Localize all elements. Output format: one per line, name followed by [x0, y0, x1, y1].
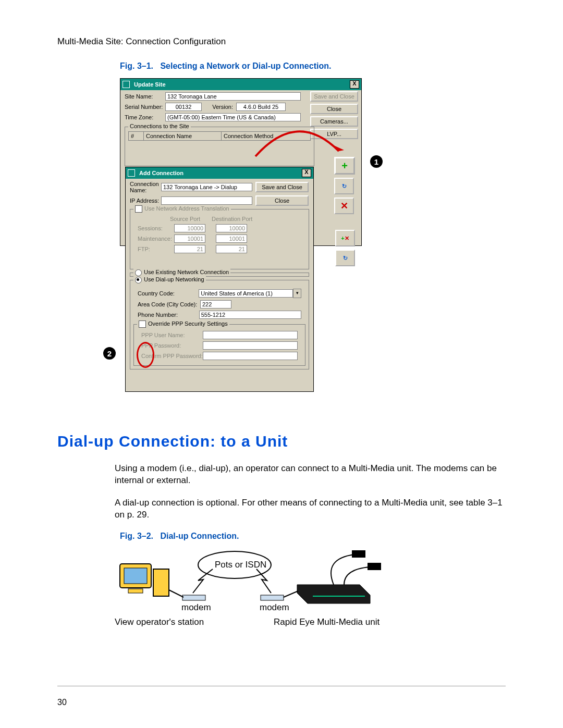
refresh-icon: ↻	[342, 183, 347, 190]
fig2-label: Fig. 3–2.	[120, 532, 153, 540]
close-button[interactable]: Close	[255, 195, 309, 206]
refresh-connection-button[interactable]: ↻	[334, 178, 354, 194]
sessions-dst-input: 10000	[216, 224, 247, 232]
ftp-dst-input: 21	[216, 245, 247, 253]
modem-right-label: modem	[260, 602, 289, 613]
callout-bullet-1: 1	[370, 155, 383, 168]
paragraph-1: Using a modem (i.e., dial-up), an operat…	[115, 463, 506, 487]
svg-marker-8	[297, 585, 370, 603]
fig1-caption: Fig. 3–1. Selecting a Network or Dial-up…	[120, 61, 506, 71]
ppp-group: Override PPP Security Settings PPP User …	[133, 324, 305, 366]
serial-input[interactable]: 00132	[165, 103, 202, 111]
svg-rect-2	[124, 568, 147, 584]
maint-label: Maintenance:	[138, 236, 174, 242]
connections-legend: Connections to the Site	[128, 123, 191, 129]
area-input[interactable]: 222	[200, 300, 231, 309]
delete-connection-button[interactable]: ✕	[334, 198, 354, 214]
nat-checkbox[interactable]	[135, 205, 142, 213]
dst-port-label: Destination Port	[212, 216, 253, 222]
refresh-icon: ↻	[343, 255, 348, 262]
use-dialup-label: Use Dial-up Networking	[144, 276, 204, 282]
callout-bullet-2: 2	[103, 347, 116, 360]
fig1-label: Fig. 3–1.	[120, 61, 153, 70]
ppp-user-input	[203, 331, 298, 339]
svg-line-12	[169, 590, 183, 597]
callout-circle-2	[137, 342, 154, 368]
dialup-group: Use Dial-up Networking Country Code:Unit…	[130, 280, 309, 369]
timezone-select[interactable]: (GMT-05:00) Eastern Time (US & Canada)	[165, 113, 301, 121]
figure-2-diagram: Pots or ISDN modem modem View operator's…	[115, 548, 396, 632]
ftp-src-input: 21	[174, 245, 205, 253]
country-select[interactable]: United States of America (1)	[199, 289, 293, 298]
close-icon[interactable]: X	[350, 80, 359, 89]
add-connection-titlebar: Add Connection X	[126, 167, 313, 179]
conn-name-input[interactable]: 132 Toronaga Lane -> Dialup	[161, 183, 252, 191]
site-name-label: Site Name:	[125, 93, 165, 100]
ppp-confirm-input	[203, 352, 298, 360]
nat-label: Use Network Address Translation	[144, 205, 229, 212]
site-name-input[interactable]: 132 Toronaga Lane	[165, 92, 301, 101]
phone-label: Phone Number:	[138, 312, 199, 318]
area-label: Area Code (City Code):	[138, 301, 200, 307]
ip-input[interactable]	[161, 196, 252, 205]
override-ppp-checkbox[interactable]	[139, 320, 146, 328]
breadcrumb: Multi-Media Site: Connection Configurati…	[57, 36, 506, 47]
svg-line-13	[284, 591, 298, 597]
src-port-label: Source Port	[170, 216, 212, 222]
svg-rect-7	[261, 595, 284, 600]
svg-rect-3	[128, 589, 143, 593]
country-label: Country Code:	[138, 290, 199, 297]
paragraph-2: A dial-up connection is optional. For ot…	[115, 497, 506, 521]
close-button[interactable]: Close	[310, 104, 358, 114]
serial-label: Serial Number:	[125, 104, 165, 110]
update-site-title: Update Site	[134, 81, 350, 88]
add-connection-title: Add Connection	[139, 170, 302, 176]
diagram-caption-right: Rapid Eye Multi-Media unit	[274, 617, 380, 627]
override-ppp-label: Override PPP Security Settings	[148, 320, 228, 327]
maint-dst-input: 10001	[216, 235, 247, 243]
sessions-src-input: 10000	[174, 224, 205, 232]
refresh-2-button[interactable]: ↻	[335, 250, 355, 266]
phone-input[interactable]: 555-1212	[199, 311, 301, 319]
svg-rect-5	[182, 595, 205, 600]
svg-rect-10	[352, 550, 365, 558]
svg-rect-4	[153, 569, 169, 596]
svg-rect-11	[368, 563, 381, 570]
sessions-label: Sessions:	[138, 225, 174, 231]
use-existing-label: Use Existing Network Connection	[144, 269, 229, 275]
save-and-close-button[interactable]: Save and Close	[310, 91, 358, 102]
ppp-pass-input	[203, 341, 298, 350]
x-icon: ✕	[340, 200, 348, 212]
dropdown-icon[interactable]: ▾	[293, 289, 301, 298]
modem-left-label: modem	[181, 602, 211, 613]
add-delete-button[interactable]: +✕	[335, 230, 355, 246]
ppp-user-label: PPP User Name:	[141, 332, 203, 338]
use-existing-radio[interactable]	[135, 269, 142, 276]
save-and-close-button[interactable]: Save and Close	[255, 182, 309, 192]
close-icon[interactable]: X	[302, 169, 311, 177]
timezone-label: Time Zone:	[125, 114, 165, 120]
app-icon	[123, 81, 130, 88]
fig1-text: Selecting a Network or Dial-up Connectio…	[160, 61, 331, 70]
col-name: Connection Name	[144, 132, 222, 140]
update-site-titlebar: Update Site X	[120, 79, 361, 90]
section-heading: Dial-up Connection: to a Unit	[57, 433, 506, 450]
x-icon: ✕	[345, 235, 349, 242]
fig2-caption: Fig. 3–2. Dial-up Connection.	[120, 532, 506, 541]
cloud-label: Pots or ISDN	[215, 560, 266, 570]
version-input: 4.6.0 Build 25	[236, 103, 286, 111]
callout-arrow	[255, 125, 344, 167]
fig2-text: Dial-up Connection.	[160, 532, 239, 540]
version-label: Version:	[202, 104, 233, 110]
page-number: 30	[57, 698, 67, 707]
conn-name-label: Connection Name:	[130, 181, 161, 193]
app-icon	[128, 169, 135, 177]
ftp-label: FTP:	[138, 246, 174, 252]
col-num: #	[129, 132, 144, 140]
use-dialup-radio[interactable]	[135, 277, 142, 283]
figure-1: Update Site X Site Name: 132 Toronaga La…	[120, 78, 433, 401]
ip-label: IP Address:	[130, 198, 161, 204]
footer-rule	[57, 686, 506, 686]
nat-group: Use Network Address Translation Source P…	[130, 209, 309, 269]
diagram-caption-left: View operator's station	[115, 617, 204, 627]
